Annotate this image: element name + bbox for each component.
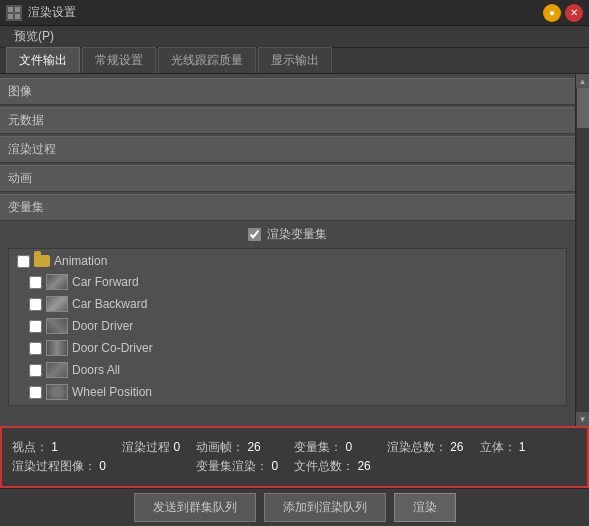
status-varset-value: 0 (345, 440, 352, 454)
status-viewpoint-label: 视点： (12, 440, 48, 454)
status-stereo-label: 立体： (480, 440, 516, 454)
scroll-down-arrow[interactable]: ▼ (576, 412, 590, 426)
status-file-total: 文件总数： 26 (294, 458, 371, 475)
render-button[interactable]: 渲染 (394, 493, 456, 522)
tree-thumb-doors-all (46, 362, 68, 378)
status-animation-frames: 动画帧： 26 (196, 439, 278, 456)
status-render-total-value: 26 (450, 440, 463, 454)
tree-label-doors-all: Doors All (72, 363, 120, 377)
tree-thumb-door-driver (46, 318, 68, 334)
status-viewpoint-value: 1 (51, 440, 58, 454)
tree-checkbox-car-backward[interactable] (29, 298, 42, 311)
section-image: 图像 (0, 78, 575, 105)
status-varset-render-label: 变量集渲染： (196, 459, 268, 473)
tree-item-animation[interactable]: Animation (9, 251, 566, 271)
window-title: 渲染设置 (28, 4, 76, 21)
tree-label-wheel-position: Wheel Position (72, 385, 152, 399)
tree-label-animation: Animation (54, 254, 107, 268)
status-varset-label: 变量集： (294, 440, 342, 454)
tabs-bar: 文件输出 常规设置 光线跟踪质量 显示输出 (0, 48, 589, 74)
tree-label-door-codriver: Door Co-Driver (72, 341, 153, 355)
tree-checkbox-doors-all[interactable] (29, 364, 42, 377)
tree-label-car-forward: Car Forward (72, 275, 139, 289)
section-render-process: 渲染过程 (0, 136, 575, 163)
status-file-total-label: 文件总数： (294, 459, 354, 473)
tree-checkbox-door-driver[interactable] (29, 320, 42, 333)
title-bar-left: 渲染设置 (6, 4, 76, 21)
svg-rect-2 (8, 14, 13, 19)
status-stereo: 立体： 1 (480, 439, 526, 456)
varset-section: 变量集 渲染变量集 Animation (0, 194, 575, 406)
scrollbar[interactable]: ▲ ▼ (575, 74, 589, 426)
tree-checkbox-door-codriver[interactable] (29, 342, 42, 355)
svg-rect-1 (15, 7, 20, 12)
bottom-buttons: 发送到群集队列 添加到渲染队列 渲染 (0, 488, 589, 526)
tree-label-door-driver: Door Driver (72, 319, 133, 333)
status-render-process-value: 0 (173, 440, 180, 454)
status-varset-render-value: 0 (271, 459, 278, 473)
tab-file-output[interactable]: 文件输出 (6, 47, 80, 73)
status-stereo-value: 1 (519, 440, 526, 454)
add-to-render-queue-button[interactable]: 添加到渲染队列 (264, 493, 386, 522)
tree-item-door-codriver[interactable]: Door Co-Driver (9, 337, 566, 359)
status-varset-render: 变量集渲染： 0 (196, 458, 278, 475)
app-icon (6, 5, 22, 21)
status-render-total-label: 渲染总数： (387, 440, 447, 454)
status-render-process-image-value: 0 (99, 459, 106, 473)
tree-checkbox-wheel-position[interactable] (29, 386, 42, 399)
main-area: 图像 元数据 渲染过程 动画 变量集 渲染变量集 (0, 74, 589, 426)
content-panel: 图像 元数据 渲染过程 动画 变量集 渲染变量集 (0, 74, 575, 426)
tree-item-doors-all[interactable]: Doors All (9, 359, 566, 381)
status-animation-frames-label: 动画帧： (196, 440, 244, 454)
varset-check-row: 渲染变量集 (0, 221, 575, 248)
scroll-thumb[interactable] (577, 88, 589, 128)
status-animation-frames-value: 26 (247, 440, 260, 454)
menu-bar: 预览(P) (0, 26, 589, 48)
section-metadata: 元数据 (0, 107, 575, 134)
tree-item-car-backward[interactable]: Car Backward (9, 293, 566, 315)
tree-item-door-driver[interactable]: Door Driver (9, 315, 566, 337)
title-bar-controls: ● ✕ (543, 4, 583, 22)
folder-icon (34, 255, 50, 267)
varset-check-label: 渲染变量集 (267, 226, 327, 243)
status-bar: 视点： 1 渲染过程 0 动画帧： 26 变量集： 0 渲染总数： 26 立体：… (0, 426, 589, 488)
svg-rect-0 (8, 7, 13, 12)
tree-label-car-backward: Car Backward (72, 297, 147, 311)
status-grid: 视点： 1 渲染过程 0 动画帧： 26 变量集： 0 渲染总数： 26 立体：… (12, 439, 526, 475)
status-file-total-value: 26 (357, 459, 370, 473)
status-varset: 变量集： 0 (294, 439, 371, 456)
tree-thumb-wheel-position (46, 384, 68, 400)
tab-general-settings[interactable]: 常规设置 (82, 47, 156, 73)
tree-item-wheel-position[interactable]: Wheel Position (9, 381, 566, 403)
section-animation: 动画 (0, 165, 575, 192)
tree-thumb-car-backward (46, 296, 68, 312)
send-to-cluster-button[interactable]: 发送到群集队列 (134, 493, 256, 522)
tree-thumb-door-codriver (46, 340, 68, 356)
minimize-button[interactable]: ● (543, 4, 561, 22)
varset-checkbox[interactable] (248, 228, 261, 241)
close-button[interactable]: ✕ (565, 4, 583, 22)
tab-raytracing-quality[interactable]: 光线跟踪质量 (158, 47, 256, 73)
varset-tree: Animation Car Forward Car Backwa (8, 248, 567, 406)
status-render-process-image: 渲染过程图像： 0 (12, 458, 106, 475)
varset-header: 变量集 (0, 194, 575, 221)
tree-thumb-car-forward (46, 274, 68, 290)
tree-checkbox-car-forward[interactable] (29, 276, 42, 289)
tree-item-car-forward[interactable]: Car Forward (9, 271, 566, 293)
status-render-process-image-label: 渲染过程图像： (12, 459, 96, 473)
tree-checkbox-animation[interactable] (17, 255, 30, 268)
status-viewpoint: 视点： 1 (12, 439, 106, 456)
status-empty (122, 458, 180, 475)
scroll-up-arrow[interactable]: ▲ (576, 74, 590, 88)
status-render-total: 渲染总数： 26 (387, 439, 464, 456)
svg-rect-3 (15, 14, 20, 19)
status-render-process: 渲染过程 0 (122, 439, 180, 456)
title-bar: 渲染设置 ● ✕ (0, 0, 589, 26)
scroll-track[interactable] (577, 88, 589, 412)
menu-item-preview[interactable]: 预览(P) (8, 26, 60, 47)
tab-display-output[interactable]: 显示输出 (258, 47, 332, 73)
status-render-process-label: 渲染过程 (122, 440, 170, 454)
